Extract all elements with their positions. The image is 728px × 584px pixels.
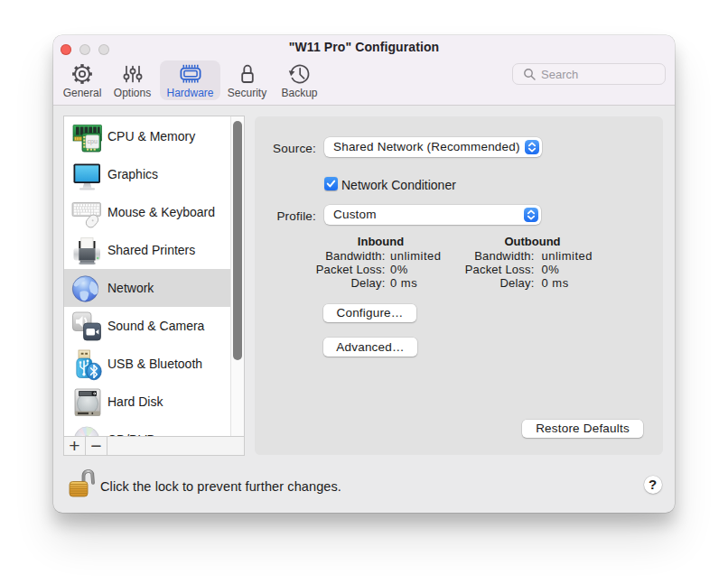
svg-text:cpu: cpu: [88, 138, 98, 145]
